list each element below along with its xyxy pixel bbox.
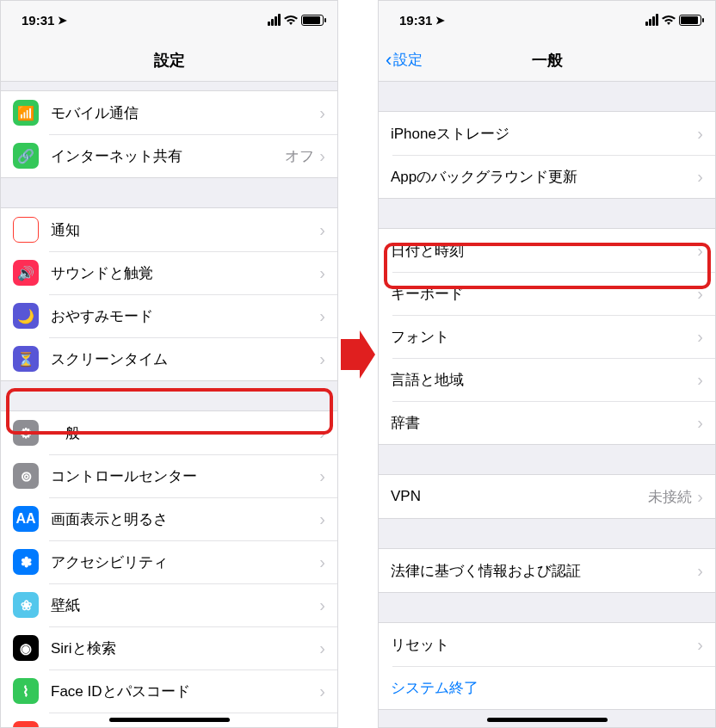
settings-row[interactable]: Appのバックグラウンド更新› xyxy=(379,155,715,198)
settings-row[interactable]: 🔊サウンドと触覚› xyxy=(1,251,337,294)
nav-bar: 設定 xyxy=(1,39,337,82)
settings-row[interactable]: 🌙おやすみモード› xyxy=(1,294,337,337)
settings-row[interactable]: ⊚コントロールセンター› xyxy=(1,454,337,497)
battery-icon xyxy=(301,15,324,26)
nav-bar: ‹ 設定 一般 xyxy=(379,39,715,82)
row-label: Face IDとパスコード xyxy=(51,682,319,701)
settings-row[interactable]: 📶モバイル通信› xyxy=(1,91,337,134)
signal-icon xyxy=(645,14,658,26)
settings-row[interactable]: iPhoneストレージ› xyxy=(379,112,715,155)
display-icon: AA xyxy=(13,506,39,532)
home-indicator[interactable] xyxy=(109,718,230,722)
link-icon: 🔗 xyxy=(13,143,39,169)
row-label: キーボード xyxy=(391,284,697,304)
chevron-right-icon: › xyxy=(697,414,703,431)
status-time: 19:31 xyxy=(399,13,432,28)
row-label: VPN xyxy=(391,488,648,505)
chevron-right-icon: › xyxy=(319,104,325,121)
dnd-icon: 🌙 xyxy=(13,303,39,329)
chevron-right-icon: › xyxy=(319,553,325,571)
settings-row[interactable]: フォント› xyxy=(379,315,715,358)
settings-row[interactable]: VPN未接続› xyxy=(379,475,715,518)
row-label: 日付と時刻 xyxy=(391,241,697,261)
row-label: 壁紙 xyxy=(51,595,319,615)
cell-icon: 📶 xyxy=(13,100,39,126)
faceid-icon: ⌇ xyxy=(13,678,39,704)
chevron-right-icon: › xyxy=(697,168,703,185)
settings-row[interactable]: 言語と地域› xyxy=(379,358,715,401)
chevron-right-icon: › xyxy=(319,350,325,367)
chevron-left-icon: ‹ xyxy=(386,51,392,70)
chevron-right-icon: › xyxy=(319,307,325,324)
row-label: 画面表示と明るさ xyxy=(51,509,319,529)
chevron-right-icon: › xyxy=(319,221,325,238)
chevron-right-icon: › xyxy=(697,488,703,505)
row-label: コントロールセンター xyxy=(51,466,319,486)
chevron-right-icon: › xyxy=(697,328,703,345)
status-bar: 19:31 ➤ xyxy=(379,1,715,39)
settings-row[interactable]: ❀壁紙› xyxy=(1,583,337,626)
chevron-right-icon: › xyxy=(319,639,325,657)
settings-row[interactable]: 日付と時刻› xyxy=(379,229,715,272)
settings-row[interactable]: キーボード› xyxy=(379,272,715,315)
sos-icon: SOS xyxy=(13,721,39,728)
sound-icon: 🔊 xyxy=(13,260,39,286)
chevron-right-icon: › xyxy=(697,125,703,142)
row-label: 言語と地域 xyxy=(391,370,697,390)
settings-row[interactable]: AA画面表示と明るさ› xyxy=(1,497,337,540)
settings-row[interactable]: ⌇Face IDとパスコード› xyxy=(1,669,337,713)
back-button[interactable]: ‹ 設定 xyxy=(386,50,423,70)
row-label: 法律に基づく情報および認証 xyxy=(391,561,697,581)
settings-row[interactable]: システム終了 xyxy=(379,666,715,709)
nav-title: 一般 xyxy=(532,50,563,71)
chevron-right-icon: › xyxy=(319,264,325,281)
settings-row[interactable]: ◉Siriと検索› xyxy=(1,626,337,669)
chevron-right-icon: › xyxy=(319,424,325,441)
settings-row[interactable]: ⏳スクリーンタイム› xyxy=(1,337,337,380)
row-label: インターネット共有 xyxy=(51,146,285,166)
access-icon: ✽ xyxy=(13,549,39,575)
screen-settings: 19:31 ➤ 設定 📶モバイル通信›🔗インターネット共有オフ›■通知›🔊サウン… xyxy=(0,0,338,728)
status-bar: 19:31 ➤ xyxy=(1,1,337,39)
row-label: Appのバックグラウンド更新 xyxy=(391,167,697,187)
row-label: フォント xyxy=(391,327,697,347)
row-label: 辞書 xyxy=(391,413,697,433)
settings-row[interactable]: ⚙一般› xyxy=(1,411,337,454)
chevron-right-icon: › xyxy=(697,242,703,259)
location-icon: ➤ xyxy=(58,14,67,27)
wifi-icon xyxy=(662,15,676,25)
chevron-right-icon: › xyxy=(319,467,325,484)
screentime-icon: ⏳ xyxy=(13,346,39,372)
control-icon: ⊚ xyxy=(13,463,39,489)
back-label: 設定 xyxy=(393,50,423,70)
chevron-right-icon: › xyxy=(319,147,325,164)
wifi-icon xyxy=(284,15,298,25)
notif-icon: ■ xyxy=(13,217,39,243)
row-label: アクセシビリティ xyxy=(51,552,319,572)
general-icon: ⚙ xyxy=(13,420,39,446)
row-label: スクリーンタイム xyxy=(51,349,319,369)
battery-icon xyxy=(679,15,701,26)
arrow-icon xyxy=(341,330,375,379)
chevron-right-icon: › xyxy=(697,371,703,388)
row-label: サウンドと触覚 xyxy=(51,263,319,283)
row-label: iPhoneストレージ xyxy=(391,124,697,144)
settings-row[interactable]: リセット› xyxy=(379,623,715,666)
location-icon: ➤ xyxy=(435,14,445,27)
wall-icon: ❀ xyxy=(13,592,39,618)
settings-row[interactable]: 🔗インターネット共有オフ› xyxy=(1,134,337,177)
row-label: 緊急SOS xyxy=(51,725,319,729)
home-indicator[interactable] xyxy=(487,718,608,722)
row-label: リセット xyxy=(391,635,697,655)
settings-row[interactable]: ✽アクセシビリティ› xyxy=(1,540,337,583)
svg-marker-0 xyxy=(341,330,375,379)
row-label: システム終了 xyxy=(391,678,703,698)
chevron-right-icon: › xyxy=(697,636,703,653)
settings-row[interactable]: 辞書› xyxy=(379,401,715,444)
row-label: モバイル通信 xyxy=(51,103,319,123)
screen-general: 19:31 ➤ ‹ 設定 一般 iPhoneストレージ›Appのバックグラウンド… xyxy=(378,0,716,728)
settings-row[interactable]: 法律に基づく情報および認証› xyxy=(379,549,715,592)
chevron-right-icon: › xyxy=(697,562,703,579)
chevron-right-icon: › xyxy=(319,510,325,527)
settings-row[interactable]: ■通知› xyxy=(1,208,337,251)
